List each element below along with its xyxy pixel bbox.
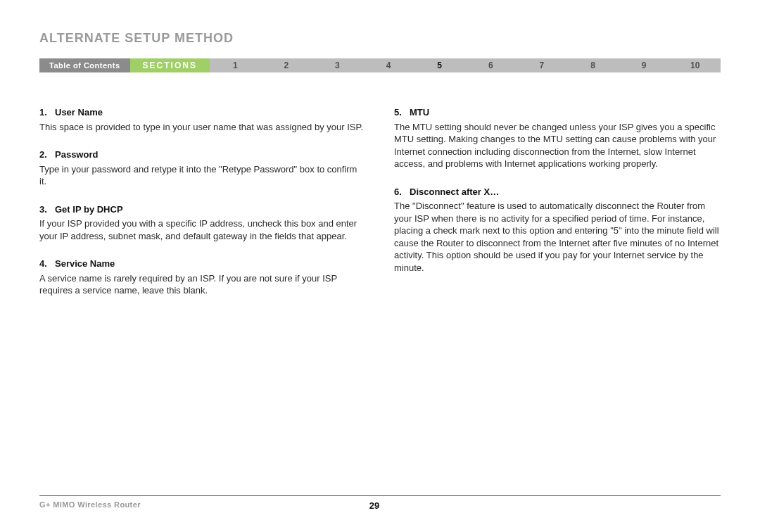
item-3-num: 3. (39, 203, 55, 216)
nav-section-9[interactable]: 9 (619, 58, 670, 72)
item-6-num: 6. (394, 186, 410, 198)
item-6-title: Disconnect after X… (410, 186, 499, 197)
nav-section-4[interactable]: 4 (363, 58, 414, 72)
footer-product: G+ MIMO Wireless Router (39, 500, 141, 511)
nav-sections-label: SECTIONS (130, 58, 210, 72)
item-5-body: The MTU setting should never be changed … (394, 121, 721, 170)
content-columns: 1.User Name This space is provided to ty… (39, 106, 721, 297)
nav-section-5[interactable]: 5 (414, 58, 465, 72)
item-3-body: If your ISP provided you with a specific… (39, 217, 366, 242)
item-1-head: 1.User Name (39, 106, 366, 119)
right-column: 5.MTU The MTU setting should never be ch… (394, 106, 721, 297)
nav-section-6[interactable]: 6 (465, 58, 517, 72)
page-footer: G+ MIMO Wireless Router 29 (39, 495, 721, 511)
item-1-title: User Name (55, 107, 103, 118)
item-4-num: 4. (39, 258, 55, 270)
nav-toc[interactable]: Table of Contents (39, 58, 130, 72)
item-4-title: Service Name (55, 258, 115, 269)
item-1-body: This space is provided to type in your u… (39, 121, 366, 134)
item-5-title: MTU (410, 107, 429, 118)
nav-section-2[interactable]: 2 (261, 58, 312, 72)
left-column: 1.User Name This space is provided to ty… (39, 106, 366, 297)
item-6-head: 6.Disconnect after X… (394, 186, 721, 198)
nav-section-10[interactable]: 10 (669, 58, 721, 72)
item-2-body: Type in your password and retype it into… (39, 163, 366, 188)
item-2-head: 2.Password (39, 148, 366, 161)
item-4-head: 4.Service Name (39, 258, 366, 270)
nav-section-8[interactable]: 8 (567, 58, 619, 72)
nav-section-7[interactable]: 7 (517, 58, 568, 72)
item-5-num: 5. (394, 106, 410, 119)
item-5-head: 5.MTU (394, 106, 721, 119)
item-6-body: The "Disconnect" feature is used to auto… (394, 200, 721, 274)
footer-page-number: 29 (141, 500, 608, 511)
section-nav: Table of Contents SECTIONS 1 2 3 4 5 6 7… (39, 58, 721, 72)
item-2-title: Password (55, 149, 98, 160)
item-4-body: A service name is rarely required by an … (39, 272, 366, 297)
nav-section-3[interactable]: 3 (312, 58, 363, 72)
nav-section-1[interactable]: 1 (210, 58, 261, 72)
item-2-num: 2. (39, 148, 55, 161)
item-3-head: 3.Get IP by DHCP (39, 203, 366, 216)
item-1-num: 1. (39, 106, 55, 119)
item-3-title: Get IP by DHCP (55, 204, 123, 215)
page-title: ALTERNATE SETUP METHOD (39, 31, 721, 46)
